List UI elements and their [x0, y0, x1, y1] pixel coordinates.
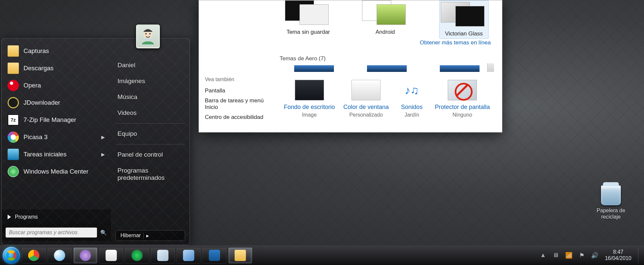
submenu-arrow-icon: ▶	[101, 134, 105, 140]
recycle-bin-icon	[601, 186, 621, 205]
taskbar-window-explorer[interactable]	[228, 247, 252, 263]
start-app-wmc[interactable]: Windows Media Center	[2, 163, 111, 180]
taskbar-pin-app8[interactable]	[203, 247, 226, 263]
spotify-icon	[131, 250, 143, 261]
start-app-jdownloader[interactable]: JDownloader	[2, 94, 111, 111]
start-button[interactable]	[3, 247, 20, 264]
taskbar-pin-msn[interactable]	[48, 247, 71, 263]
recycle-bin-label: Papelera de reciclaje	[591, 207, 631, 220]
theme-thumb	[441, 2, 487, 27]
aero-theme-preview[interactable]	[367, 65, 407, 72]
pidgin-icon	[80, 250, 91, 261]
tray-volume-icon[interactable]: 🔊	[591, 252, 598, 259]
play-triangle-icon	[8, 215, 11, 219]
picasa-icon	[8, 132, 19, 143]
submenu-arrow-icon: ▶	[101, 152, 105, 157]
taskbar-pin-app7[interactable]	[177, 247, 201, 263]
tray-network-icon[interactable]: 📶	[565, 252, 573, 259]
screensaver-link[interactable]: Protector de pantalla Ninguno	[435, 80, 490, 118]
control-panel-link[interactable]: Panel de control	[115, 148, 185, 162]
start-app-label: Capturas	[23, 47, 49, 55]
search-input[interactable]	[6, 228, 97, 238]
personalization-main: Tema sin guardar Android Victorian Glass…	[272, 0, 502, 132]
start-app-label: JDownloader	[23, 99, 60, 106]
window-color-link[interactable]: Color de ventana Personalizado	[344, 80, 389, 118]
start-app-7zip[interactable]: 7z 7-Zip File Manager	[2, 111, 111, 129]
theme-card-selected[interactable]: Victorian Glass	[439, 0, 489, 39]
sidebar-link-taskbar[interactable]: Barra de tareas y menú Inicio	[205, 96, 266, 112]
computer-link[interactable]: Equipo	[115, 127, 185, 141]
jdownloader-icon	[8, 97, 19, 108]
start-menu-left: Capturas Descargas Opera JDownloader 7z …	[2, 38, 111, 245]
start-app-label: Tareas iniciales	[23, 151, 67, 158]
all-programs-label: Programs	[15, 214, 38, 220]
sidebar-link-accessibility[interactable]: Centro de accesibilidad	[205, 112, 266, 122]
taskbar-clock[interactable]: 8:47 16/04/2010	[605, 249, 631, 261]
generic-app-icon	[183, 250, 194, 261]
taskbar-pin-paint[interactable]	[99, 247, 123, 263]
aero-themes-header: Temas de Aero (7)	[280, 53, 494, 63]
show-desktop-button[interactable]	[638, 247, 641, 263]
screensaver-icon	[448, 80, 477, 100]
separator	[115, 144, 185, 144]
msn-icon	[54, 250, 65, 261]
desktop-background-link[interactable]: Fondo de escritorio Image	[284, 80, 335, 118]
see-also-header: Vea también	[205, 77, 266, 82]
start-app-tareas-iniciales[interactable]: Tareas iniciales ▶	[2, 146, 111, 163]
user-avatar[interactable]	[136, 25, 160, 48]
tray-icon[interactable]: 🖥	[553, 252, 559, 259]
theme-label: Tema sin guardar	[285, 29, 331, 35]
avatar-face-icon	[139, 27, 157, 46]
search-icon[interactable]: 🔍	[100, 230, 107, 236]
start-app-label: Picasa 3	[23, 133, 48, 141]
theme-card[interactable]: Tema sin guardar	[285, 0, 331, 39]
pictures-link[interactable]: Imágenes	[115, 74, 185, 88]
personalization-categories: Fondo de escritorio Image Color de venta…	[280, 72, 494, 118]
start-menu: Capturas Descargas Opera JDownloader 7z …	[1, 38, 190, 245]
aero-themes-strip[interactable]	[280, 63, 494, 72]
aero-theme-preview[interactable]	[440, 65, 480, 72]
getting-started-icon	[8, 149, 19, 160]
start-app-opera[interactable]: Opera	[2, 77, 111, 94]
clock-time: 8:47	[605, 249, 631, 255]
taskbar-pin-pidgin[interactable]	[73, 247, 97, 263]
taskbar[interactable]: ▲ 🖥 📶 ⚑ 🔊 8:47 16/04/2010	[0, 245, 644, 265]
start-app-label: Opera	[23, 82, 41, 89]
start-app-picasa[interactable]: Picasa 3 ▶	[2, 129, 111, 146]
start-app-label: Descargas	[23, 65, 54, 72]
desktop[interactable]: Papelera de reciclaje Vea también Pantal…	[0, 0, 644, 265]
svg-point-1	[145, 33, 147, 34]
start-app-descargas[interactable]: Descargas	[2, 60, 111, 77]
start-menu-right: Daniel Imágenes Música Videos Equipo Pan…	[111, 38, 190, 245]
theme-label: Android	[362, 29, 408, 35]
media-center-icon	[8, 166, 19, 177]
videos-link[interactable]: Videos	[115, 106, 185, 120]
power-button[interactable]: Hibernar ▸	[115, 230, 185, 241]
sidebar-link-pantalla[interactable]: Pantalla	[205, 86, 266, 96]
theme-label: Victorian Glass	[441, 30, 487, 37]
sounds-link[interactable]: ♪♫ Sonidos Jardín	[397, 80, 426, 118]
paint-icon	[106, 250, 117, 261]
start-app-capturas[interactable]: Capturas	[2, 42, 111, 60]
personalization-window[interactable]: Vea también Pantalla Barra de tareas y m…	[199, 0, 502, 132]
personalization-sidebar: Vea también Pantalla Barra de tareas y m…	[199, 0, 272, 132]
theme-card[interactable]: Android	[362, 0, 408, 39]
more-themes-online-link[interactable]: Obtener más temas en línea	[420, 39, 491, 46]
taskbar-pin-spotify[interactable]	[125, 247, 149, 263]
power-options-arrow-icon[interactable]: ▸	[143, 233, 149, 239]
aero-theme-preview[interactable]	[294, 65, 334, 72]
music-link[interactable]: Música	[115, 90, 185, 104]
recycle-bin[interactable]: Papelera de reciclaje	[591, 186, 631, 220]
default-programs-link[interactable]: Programas predeterminados	[115, 164, 185, 185]
my-themes-row: Tema sin guardar Android Victorian Glass	[280, 0, 494, 39]
explorer-icon	[235, 250, 246, 261]
all-programs-button[interactable]: Programs	[2, 210, 111, 224]
taskbar-pin-chrome[interactable]	[22, 247, 46, 263]
opera-icon	[8, 80, 19, 91]
clock-date: 16/04/2010	[605, 255, 631, 261]
tray-expand-icon[interactable]: ▲	[540, 252, 546, 259]
tray-flag-icon[interactable]: ⚑	[579, 252, 584, 259]
taskbar-pin-app6[interactable]	[151, 247, 175, 263]
separator	[115, 123, 185, 124]
user-name-link[interactable]: Daniel	[115, 58, 185, 72]
